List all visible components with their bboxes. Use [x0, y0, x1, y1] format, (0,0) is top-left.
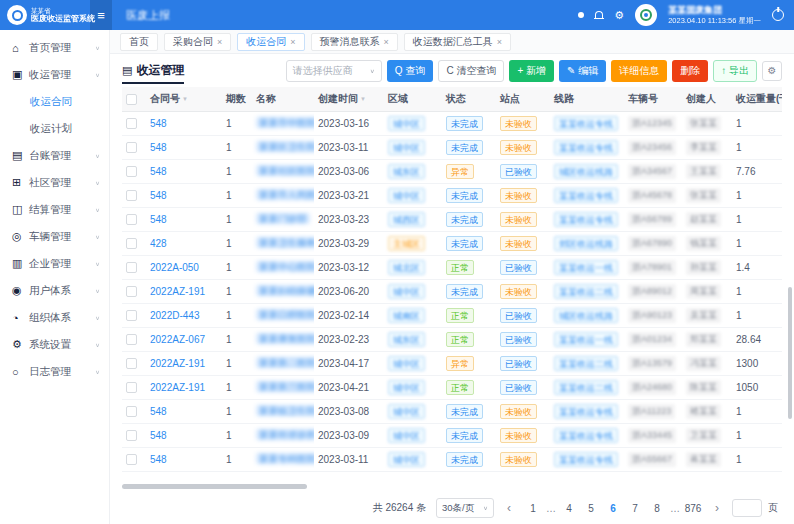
row-checkbox[interactable]: [126, 190, 137, 201]
tab-data-tool[interactable]: 收运数据汇总工具×: [404, 33, 511, 51]
avatar[interactable]: [635, 4, 657, 26]
contract-link[interactable]: 548: [150, 118, 167, 129]
row-checkbox[interactable]: [126, 358, 137, 369]
contract-link[interactable]: 2022D-443: [150, 310, 199, 321]
period-cell: 1: [222, 207, 252, 231]
table-row: 5481某某门诊部2023-03-23城西区未完成未验收某某收运专线浙A5678…: [122, 207, 782, 231]
bell-icon[interactable]: [595, 11, 603, 19]
contract-link[interactable]: 428: [150, 238, 167, 249]
horizontal-scrollbar[interactable]: [122, 484, 307, 489]
contract-link[interactable]: 548: [150, 142, 167, 153]
edit-button[interactable]: ✎ 编辑: [559, 60, 606, 82]
logout-power-icon[interactable]: [772, 9, 784, 21]
sidebar-item-home[interactable]: ⌂首页管理∨: [0, 34, 109, 61]
close-icon[interactable]: ×: [384, 37, 389, 47]
sidebar-item-community[interactable]: ⊞社区管理∨: [0, 169, 109, 196]
prev-page-button[interactable]: ‹: [500, 499, 518, 517]
sidebar-item-users[interactable]: ◉用户体系∨: [0, 277, 109, 304]
period-cell: 1: [222, 351, 252, 375]
row-checkbox[interactable]: [126, 430, 137, 441]
site-tag: 未验收: [500, 428, 537, 443]
breadcrumb: 医废上报: [126, 8, 170, 23]
row-checkbox[interactable]: [126, 214, 137, 225]
sidebar-item-logs[interactable]: ○日志管理∨: [0, 358, 109, 385]
tab-warning-message[interactable]: 预警消息联系×: [311, 33, 398, 51]
export-button[interactable]: ↑ 导出: [713, 60, 757, 82]
row-checkbox[interactable]: [126, 406, 137, 417]
row-checkbox[interactable]: [126, 166, 137, 177]
created-cell: 2023-03-09: [314, 423, 384, 447]
row-checkbox[interactable]: [126, 262, 137, 273]
close-icon[interactable]: ×: [217, 37, 222, 47]
reset-button[interactable]: C 清空查询: [438, 60, 504, 82]
contract-link[interactable]: 2022A-050: [150, 262, 199, 273]
tab-home[interactable]: 首页: [120, 33, 158, 51]
route-tag: 某某收运专线: [554, 188, 618, 203]
page-button-6[interactable]: 6: [604, 499, 622, 517]
contract-link[interactable]: 548: [150, 406, 167, 417]
contract-link[interactable]: 548: [150, 430, 167, 441]
contract-link[interactable]: 548: [150, 166, 167, 177]
row-checkbox[interactable]: [126, 310, 137, 321]
sort-icon[interactable]: ▼: [360, 96, 366, 102]
close-icon[interactable]: ×: [290, 37, 295, 47]
row-checkbox[interactable]: [126, 334, 137, 345]
sidebar-subitem-plan[interactable]: 收运计划: [0, 115, 109, 142]
contract-link[interactable]: 2022AZ-191: [150, 382, 205, 393]
select-all-checkbox[interactable]: [126, 94, 137, 105]
sidebar-item-org[interactable]: ◔组织体系∨: [0, 304, 109, 331]
page-button-4[interactable]: 4: [560, 499, 578, 517]
tab-collection-contract[interactable]: 收运合同×: [237, 33, 304, 51]
add-button[interactable]: + 新增: [509, 60, 554, 82]
sidebar-subitem-contract[interactable]: 收运合同: [0, 88, 109, 115]
column-settings-button[interactable]: ⚙: [762, 61, 782, 81]
next-page-button[interactable]: ›: [708, 499, 726, 517]
detail-button[interactable]: 详细信息: [611, 60, 667, 82]
name-redacted: 某某区卫生院: [256, 141, 314, 152]
sidebar-item-label: 结算管理: [29, 203, 71, 217]
region-tag: 城中区: [388, 284, 425, 299]
contract-link[interactable]: 2022AZ-191: [150, 286, 205, 297]
weight-cell: 1050: [732, 375, 782, 399]
table-row: 2022AZ-1911某某妇幼保健院2023-06-20城中区未完成未验收某某收…: [122, 279, 782, 303]
contract-link[interactable]: 548: [150, 214, 167, 225]
close-icon[interactable]: ×: [497, 37, 502, 47]
sort-icon[interactable]: ▼: [182, 96, 188, 102]
page-goto-input[interactable]: [732, 499, 762, 517]
row-checkbox[interactable]: [126, 238, 137, 249]
creator-redacted: 赵某某: [686, 212, 721, 227]
supplier-select[interactable]: 请选择供应商 ∨: [286, 60, 382, 82]
page-button-5[interactable]: 5: [582, 499, 600, 517]
row-checkbox[interactable]: [126, 142, 137, 153]
sidebar-item-settings[interactable]: ⚙系统设置∨: [0, 331, 109, 358]
page-button-876[interactable]: 876: [684, 499, 702, 517]
row-checkbox[interactable]: [126, 286, 137, 297]
contract-link[interactable]: 548: [150, 454, 167, 465]
delete-button[interactable]: 删除: [672, 60, 708, 82]
row-checkbox[interactable]: [126, 454, 137, 465]
sidebar-item-ledger[interactable]: ▤台账管理∨: [0, 142, 109, 169]
row-checkbox[interactable]: [126, 118, 137, 129]
contract-link[interactable]: 2022AZ-191: [150, 358, 205, 369]
page-button-1[interactable]: 1: [524, 499, 542, 517]
chevron-down-icon: ∨: [95, 179, 100, 185]
sidebar-item-label: 首页管理: [29, 41, 71, 55]
vehicle-redacted: 浙A33445: [628, 428, 676, 443]
search-button[interactable]: Q 查询: [387, 60, 434, 82]
sidebar-item-vehicle[interactable]: ◎车辆管理∨: [0, 223, 109, 250]
sidebar-item-enterprise[interactable]: ▥企业管理∨: [0, 250, 109, 277]
page-button-7[interactable]: 7: [626, 499, 644, 517]
page-button-8[interactable]: 8: [648, 499, 666, 517]
contract-link[interactable]: 2022AZ-067: [150, 334, 205, 345]
tab-purchase-contract[interactable]: 采购合同×: [164, 33, 231, 51]
sidebar-item-settlement[interactable]: ◫结算管理∨: [0, 196, 109, 223]
row-checkbox[interactable]: [126, 382, 137, 393]
contract-link[interactable]: 548: [150, 190, 167, 201]
sidebar-item-collection[interactable]: ▣收运管理∨: [0, 61, 109, 88]
vertical-scrollbar[interactable]: [788, 287, 792, 419]
fullscreen-icon[interactable]: [578, 12, 584, 18]
col-header-name: 名称: [252, 87, 314, 111]
page-size-select[interactable]: 30条/页 ∨: [436, 498, 494, 518]
col-header-period: 期数: [222, 87, 252, 111]
header-gear-icon[interactable]: ⚙: [614, 10, 624, 21]
